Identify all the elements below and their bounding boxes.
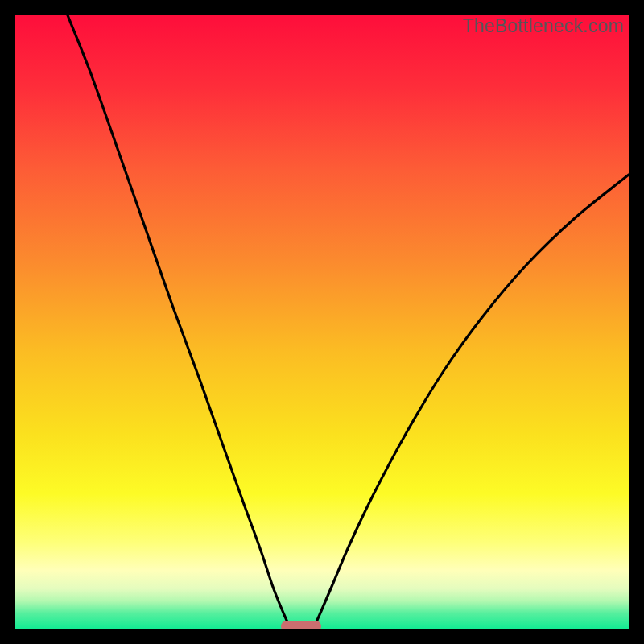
- chart-frame: TheBottleneck.com: [15, 15, 629, 629]
- optimal-marker: [281, 621, 321, 629]
- bottleneck-curve: [15, 15, 629, 629]
- watermark-text: TheBottleneck.com: [463, 15, 624, 37]
